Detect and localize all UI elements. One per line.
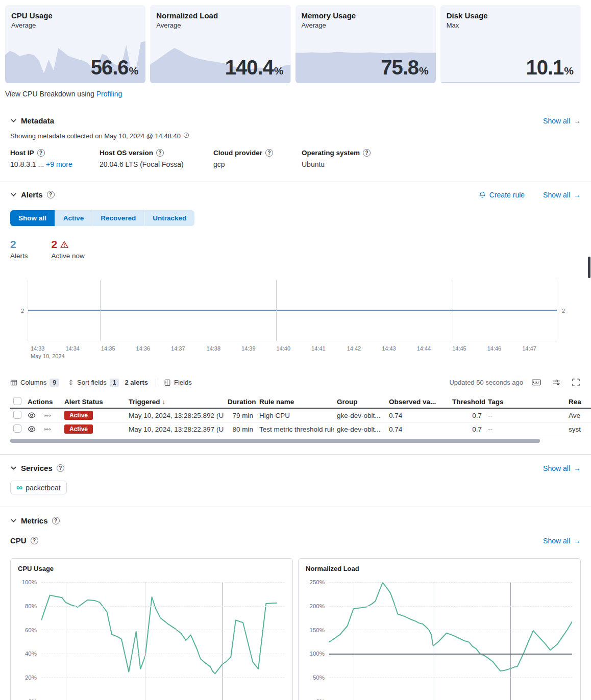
col-threshold[interactable]: Threshold (449, 398, 485, 406)
col-tags[interactable]: Tags (485, 398, 565, 406)
create-rule-link[interactable]: Create rule (479, 191, 525, 199)
metrics-section: Metrics ? CPU ? Show all→ (0, 516, 591, 545)
x-tick-label: 14:35 (101, 345, 115, 352)
tab-show-all[interactable]: Show all (10, 210, 55, 226)
row-actions-icon[interactable] (44, 426, 51, 433)
alerts-timeline-chart[interactable]: 2 2 (10, 280, 581, 341)
col-actions[interactable]: Actions (24, 398, 61, 406)
view-alert-eye-icon[interactable] (28, 411, 36, 419)
metadata-field-os-version: Host OS version? 20.04.6 LTS (Focal Foss… (100, 149, 199, 168)
kpi-card-disk-usage[interactable]: Disk Usage Max 10.1% (440, 5, 581, 83)
question-icon[interactable]: ? (265, 149, 273, 157)
table-row[interactable]: Active May 10, 2024, 13:28:22.397 (U 80 … (10, 422, 591, 436)
status-badge: Active (64, 411, 93, 420)
sort-fields-button[interactable]: Sort fields 1 (68, 379, 119, 387)
cell-reason: Ave (565, 412, 591, 419)
y-tick-label: 60% (25, 627, 37, 633)
kpi-title: Normalized Load (156, 11, 290, 20)
arrow-right-icon: → (574, 464, 581, 472)
col-duration[interactable]: Duration (225, 398, 256, 406)
view-alert-eye-icon[interactable] (28, 425, 36, 433)
page-scrollbar-thumb[interactable] (588, 257, 590, 278)
vertical-gridline (276, 280, 277, 341)
fullscreen-icon[interactable] (571, 378, 581, 387)
section-divider (0, 454, 591, 455)
cpu-show-all-link[interactable]: Show all→ (543, 537, 581, 545)
sort-desc-icon: ↓ (162, 398, 166, 406)
question-icon[interactable]: ? (57, 464, 64, 472)
alerts-count-stat: 2 Alerts (10, 238, 28, 260)
updated-timestamp: Updated 50 seconds ago (449, 379, 523, 386)
tab-active[interactable]: Active (55, 210, 93, 226)
cell-threshold: 0.7 (449, 426, 485, 433)
kpi-subtitle: Average (11, 21, 145, 29)
col-alert-status[interactable]: Alert Status (61, 398, 126, 406)
tab-recovered[interactable]: Recovered (92, 210, 144, 226)
services-show-all-link[interactable]: Show all→ (543, 464, 581, 472)
row-actions-icon[interactable] (44, 412, 51, 419)
col-triggered[interactable]: Triggered↓ (126, 398, 225, 406)
question-icon[interactable]: ? (52, 517, 60, 524)
section-divider (0, 507, 591, 507)
chevron-down-icon[interactable] (10, 117, 17, 124)
threshold-line (329, 654, 572, 655)
keyboard-shortcuts-button[interactable] (531, 378, 542, 387)
question-icon[interactable]: ? (156, 149, 164, 157)
fields-button[interactable]: Fields (164, 379, 192, 386)
tab-untracked[interactable]: Untracked (144, 210, 194, 226)
cell-duration: 80 min (225, 426, 256, 433)
vertical-gridline (100, 280, 101, 341)
normalized-load-line (329, 582, 572, 700)
horizontal-gridline (41, 630, 284, 630)
question-icon[interactable]: ? (37, 149, 45, 157)
profiling-link[interactable]: Profiling (96, 90, 122, 98)
col-group[interactable]: Group (334, 398, 386, 406)
warning-triangle-icon (60, 241, 68, 248)
col-observed-value[interactable]: Observed va... (386, 398, 449, 406)
sort-icon (68, 379, 74, 386)
metadata-collected-text: Showing metadata collected on May 10, 20… (10, 132, 581, 140)
chart-title: Normalized Load (306, 565, 580, 572)
normalized-load-chart-panel[interactable]: Normalized Load 0%50%100%150%200%250% 14… (298, 558, 581, 700)
kpi-card-normalized-load[interactable]: Normalized Load Average 140.4% (150, 5, 290, 83)
horizontal-scrollbar[interactable] (10, 439, 540, 443)
kpi-card-memory-usage[interactable]: Memory Usage Average 75.8% (296, 5, 436, 83)
chevron-down-icon[interactable] (10, 517, 17, 524)
x-tick-label: 14:38 (207, 345, 221, 352)
metadata-show-all-link[interactable]: Show all→ (543, 117, 581, 125)
kpi-title: CPU Usage (11, 11, 145, 20)
sort-count-badge: 1 (110, 379, 119, 387)
alerts-show-all-link[interactable]: Show all→ (543, 191, 581, 199)
arrow-right-icon: → (574, 537, 581, 545)
metadata-section: Metadata Show all→ Showing metadata coll… (0, 116, 591, 168)
question-icon[interactable]: ? (47, 191, 55, 198)
clock-icon (183, 132, 189, 138)
horizontal-gridline (41, 654, 284, 654)
col-rule-name[interactable]: Rule name (256, 398, 334, 406)
row-checkbox[interactable] (13, 411, 21, 419)
vertical-gridline (66, 582, 66, 700)
col-reason[interactable]: Rea (565, 398, 591, 406)
arrow-right-icon: → (574, 117, 581, 125)
row-checkbox[interactable] (13, 424, 21, 433)
more-ips-link[interactable]: +9 more (46, 160, 72, 168)
grid-settings-icon[interactable] (552, 378, 561, 387)
chevron-down-icon[interactable] (10, 191, 17, 198)
alerts-section: Alerts ? Create rule Show all→ Show all … (0, 190, 591, 443)
question-icon[interactable]: ? (31, 537, 38, 544)
cell-threshold: 0.7 (449, 412, 485, 419)
x-tick-label: 14:43 (382, 345, 396, 352)
table-row[interactable]: Active May 10, 2024, 13:28:25.892 (U 79 … (10, 409, 591, 422)
metadata-field-cloud-provider: Cloud provider? gcp (213, 149, 287, 168)
question-icon[interactable]: ? (363, 149, 371, 157)
columns-button[interactable]: Columns 9 (10, 379, 59, 387)
columns-icon (10, 379, 17, 386)
horizontal-gridline (329, 582, 572, 583)
cpu-usage-chart-panel[interactable]: CPU Usage 0%20%40%60%80%100% 14:3014:351… (10, 558, 293, 700)
service-chip-packetbeat[interactable]: ∞ packetbeat (10, 481, 67, 494)
select-all-checkbox[interactable] (13, 397, 21, 405)
cell-tags: -- (485, 426, 565, 433)
kpi-card-cpu-usage[interactable]: CPU Usage Average 56.6% (5, 5, 145, 83)
status-badge: Active (64, 424, 93, 434)
chevron-down-icon[interactable] (10, 465, 17, 471)
